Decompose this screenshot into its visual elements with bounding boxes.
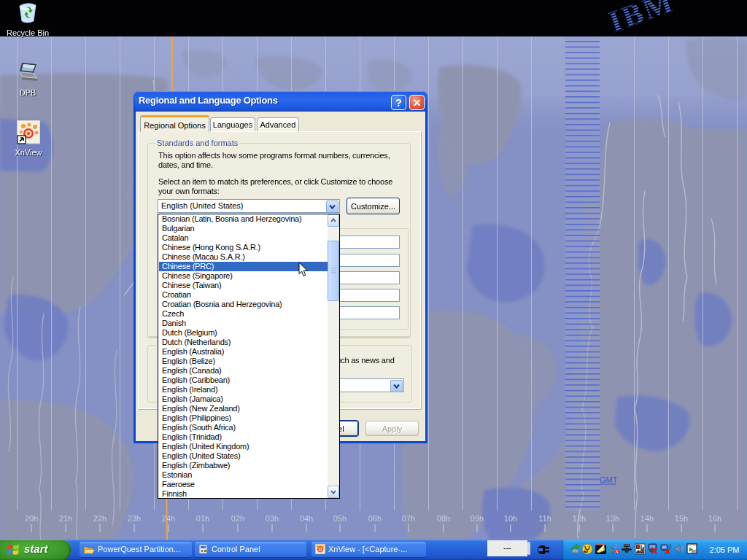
- svg-text:14h: 14h: [640, 514, 654, 523]
- svg-text:13h: 13h: [606, 514, 619, 523]
- svg-text:02h: 02h: [231, 514, 244, 523]
- svg-text:GMT: GMT: [600, 475, 618, 484]
- svg-text:03h: 03h: [266, 514, 279, 523]
- svg-text:05h: 05h: [333, 514, 347, 523]
- svg-text:11h: 11h: [538, 514, 551, 523]
- svg-text:08h: 08h: [437, 514, 450, 523]
- svg-text:10h: 10h: [504, 514, 517, 523]
- svg-text:09h: 09h: [471, 514, 484, 523]
- svg-text:20h: 20h: [25, 514, 38, 523]
- svg-text:24h: 24h: [162, 514, 175, 523]
- svg-text:01h: 01h: [196, 514, 209, 523]
- svg-text:16h: 16h: [708, 514, 721, 523]
- svg-text:06h: 06h: [368, 514, 382, 523]
- svg-text:12h: 12h: [573, 514, 586, 523]
- svg-text:23h: 23h: [128, 514, 141, 523]
- svg-text:04h: 04h: [300, 514, 313, 523]
- svg-text:21h: 21h: [59, 514, 72, 523]
- svg-text:07h: 07h: [402, 514, 415, 523]
- svg-text:22h: 22h: [93, 514, 107, 523]
- svg-text:15h: 15h: [675, 514, 688, 523]
